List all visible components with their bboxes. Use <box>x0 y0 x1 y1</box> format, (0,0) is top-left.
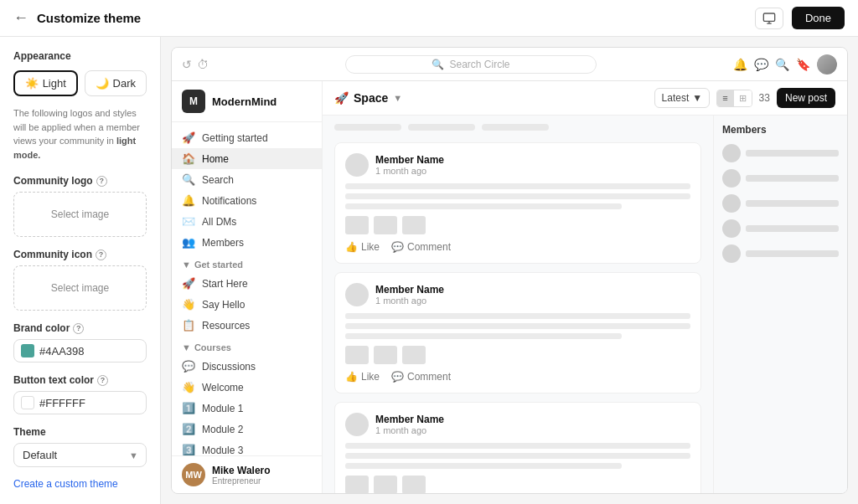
post-card-2: Member Name 1 month ago <box>334 272 701 393</box>
home-icon: 🏠 <box>182 152 195 165</box>
post-avatar-1 <box>345 153 369 177</box>
sidebar-item-discussions[interactable]: 💬 Discussions <box>172 356 322 377</box>
collapse-icon: ▼ <box>182 260 191 270</box>
member-avatar <box>722 194 741 213</box>
sidebar-item-getting-started[interactable]: 🚀 Getting started <box>172 127 322 148</box>
back-button[interactable]: ← <box>13 9 28 27</box>
browser-nav-icons: ↺ ⏱ <box>182 58 209 71</box>
skeleton-line <box>345 183 690 189</box>
skeleton-line <box>345 453 690 459</box>
skeleton-img <box>345 216 369 234</box>
community-logo-label: Community logo ? <box>13 175 147 187</box>
sidebar-item-home[interactable]: 🏠 Home <box>172 148 322 169</box>
like-button-2[interactable]: 👍 Like <box>345 371 380 383</box>
courses-section: ▼ Courses <box>172 336 322 356</box>
community-icon-help-icon[interactable]: ? <box>96 249 106 260</box>
toggle-list[interactable]: ≡ <box>717 90 733 106</box>
left-panel: Appearance ☀️ Light 🌙 Dark The following… <box>0 37 161 504</box>
done-button[interactable]: Done <box>792 7 845 29</box>
post-avatar-2 <box>345 283 369 306</box>
app-layout: M ModernMind 🚀 Getting started 🏠 Home <box>172 81 847 493</box>
sidebar-item-all-dms[interactable]: ✉️ All DMs <box>172 211 322 232</box>
sidebar-item-start-here[interactable]: 🚀 Start Here <box>172 273 322 294</box>
footer-avatar: MW <box>182 463 205 486</box>
button-text-color-input[interactable]: #FFFFFF <box>13 391 147 414</box>
comment-icon: 💬 <box>391 241 404 253</box>
post-avatar-3 <box>345 413 369 436</box>
page-title: Customize theme <box>37 11 141 25</box>
custom-theme-link[interactable]: Create a custom theme <box>13 478 118 490</box>
app-main-header: 🚀 Space ▼ Latest ▼ ≡ ⊞ <box>323 81 847 116</box>
community-logo-upload[interactable]: Select image <box>13 192 147 237</box>
sidebar-item-say-hello[interactable]: 👋 Say Hello <box>172 294 322 315</box>
sidebar-item-module3[interactable]: 3️⃣ Module 3 <box>172 440 322 455</box>
post-author-1: Member Name <box>375 154 690 166</box>
like-button-1[interactable]: 👍 Like <box>345 241 380 253</box>
preview-browser: ↺ ⏱ 🔍 Search Circle 🔔 💬 🔍 🔖 <box>171 47 848 494</box>
avatar <box>817 54 837 75</box>
members-panel: Members <box>713 116 847 493</box>
preview-area: ↺ ⏱ 🔍 Search Circle 🔔 💬 🔍 🔖 <box>161 37 858 504</box>
sidebar-item-module1[interactable]: 1️⃣ Module 1 <box>172 398 322 419</box>
sidebar-item-notifications[interactable]: 🔔 Notifications <box>172 190 322 211</box>
skeleton-line <box>345 313 690 319</box>
community-icon-label: Community icon ? <box>13 249 147 260</box>
browser-chrome: ↺ ⏱ 🔍 Search Circle 🔔 💬 🔍 🔖 <box>172 48 847 81</box>
toggle-grid[interactable]: ⊞ <box>734 90 752 106</box>
skeleton-line <box>345 203 622 209</box>
post-time-2: 1 month ago <box>375 296 690 306</box>
light-mode-button[interactable]: ☀️ Light <box>13 70 78 96</box>
get-started-section: ▼ Get started <box>172 253 322 273</box>
community-logo-help-icon[interactable]: ? <box>96 176 107 187</box>
button-text-color-swatch <box>21 396 34 409</box>
footer-name: Mike Walero <box>212 465 271 476</box>
new-post-button[interactable]: New post <box>777 88 835 108</box>
like-icon: 👍 <box>345 371 358 383</box>
sidebar-item-resources[interactable]: 📋 Resources <box>172 315 322 336</box>
sidebar-footer: MW Mike Walero Entrepreneur <box>172 455 322 493</box>
comment-button-1[interactable]: 💬 Comment <box>391 241 451 253</box>
search-nav-icon: 🔍 <box>182 173 195 186</box>
latest-chevron-icon: ▼ <box>692 92 702 104</box>
skeleton-img <box>374 216 397 234</box>
members-icon: 👥 <box>182 236 195 249</box>
sidebar-item-members[interactable]: 👥 Members <box>172 232 322 253</box>
post-actions-2: 👍 Like 💬 Comment <box>345 371 690 383</box>
member-avatar <box>722 244 741 263</box>
search2-icon: 🔍 <box>775 58 789 71</box>
members-title: Members <box>722 124 839 136</box>
comment-icon: 💬 <box>391 371 404 383</box>
member-avatar <box>722 219 741 238</box>
top-bar-right: Done <box>755 7 845 29</box>
skeleton-line <box>345 333 622 339</box>
member-name-skeleton <box>746 200 839 207</box>
brand-color-help-icon[interactable]: ? <box>73 323 84 334</box>
appearance-label: Appearance <box>13 50 147 62</box>
dark-mode-button[interactable]: 🌙 Dark <box>85 70 147 96</box>
search-icon: 🔍 <box>432 59 444 70</box>
skeleton-tab-1 <box>334 124 401 131</box>
post-meta-2: Member Name 1 month ago <box>375 284 690 306</box>
brand-color-value: #4AA398 <box>39 345 85 357</box>
button-text-color-help-icon[interactable]: ? <box>97 375 108 386</box>
community-icon-upload[interactable]: Select image <box>13 265 147 311</box>
skeleton-line <box>345 323 690 329</box>
view-toggle: ≡ ⊞ <box>716 90 752 107</box>
member-name-skeleton <box>746 150 839 157</box>
app-main: 🚀 Space ▼ Latest ▼ ≡ ⊞ <box>323 81 847 493</box>
brand-color-input[interactable]: #4AA398 <box>13 339 147 363</box>
sidebar-item-module2[interactable]: 2️⃣ Module 2 <box>172 419 322 440</box>
theme-select-wrap: Default ▼ <box>13 443 147 467</box>
sidebar-item-welcome[interactable]: 👋 Welcome <box>172 377 322 398</box>
like-icon: 👍 <box>345 241 358 253</box>
sidebar-item-search[interactable]: 🔍 Search <box>172 169 322 190</box>
skeleton-tabs <box>334 124 701 131</box>
latest-button[interactable]: Latest ▼ <box>654 88 711 108</box>
skeleton-tab-3 <box>482 124 549 131</box>
theme-select[interactable]: Default <box>13 443 147 467</box>
monitor-button[interactable] <box>755 8 783 29</box>
post-card-1: Member Name 1 month ago <box>334 142 701 264</box>
mode-buttons: ☀️ Light 🌙 Dark <box>13 70 147 96</box>
member-avatar <box>722 169 741 188</box>
comment-button-2[interactable]: 💬 Comment <box>391 371 451 383</box>
